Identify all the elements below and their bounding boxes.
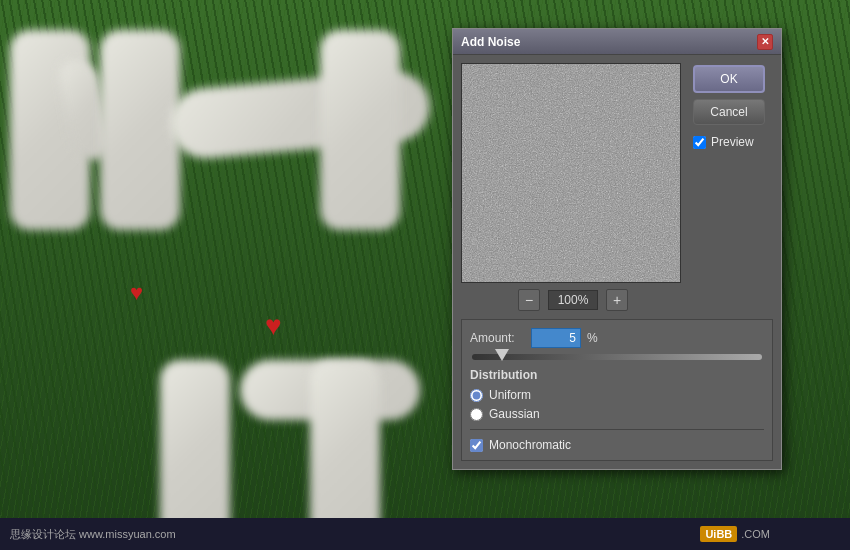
preview-checkbox[interactable]: [693, 136, 706, 149]
svg-rect-0: [462, 64, 681, 283]
uniform-label[interactable]: Uniform: [489, 388, 531, 402]
gaussian-label[interactable]: Gaussian: [489, 407, 540, 421]
settings-panel: Amount: % Distribution Uniform: [461, 319, 773, 461]
bottom-bar: 思缘设计论坛 www.missyuan.com UiBB .COM: [0, 518, 850, 550]
monochromatic-checkbox[interactable]: [470, 439, 483, 452]
close-button[interactable]: ✕: [757, 34, 773, 50]
dialog-content: − 100% + OK Cancel Preview: [461, 63, 773, 311]
watermark-left: 思缘设计论坛 www.missyuan.com: [10, 527, 176, 542]
zoom-value: 100%: [548, 290, 598, 310]
amount-unit: %: [587, 331, 598, 345]
slider-thumb[interactable]: [495, 349, 509, 361]
distribution-label: Distribution: [470, 368, 764, 382]
dialog-title: Add Noise: [461, 35, 757, 49]
cancel-button[interactable]: Cancel: [693, 99, 765, 125]
ok-button[interactable]: OK: [693, 65, 765, 93]
dialog-body: − 100% + OK Cancel Preview: [453, 55, 781, 469]
gaussian-radio-row: Gaussian: [470, 407, 764, 421]
add-noise-dialog: Add Noise ✕: [452, 28, 782, 470]
amount-label: Amount:: [470, 331, 525, 345]
zoom-bar: − 100% +: [461, 289, 685, 311]
uniform-radio-row: Uniform: [470, 388, 764, 402]
zoom-out-button[interactable]: −: [518, 289, 540, 311]
dialog-overlay: Add Noise ✕: [0, 0, 850, 550]
watermark-right: UiBB .COM: [700, 526, 770, 542]
preview-canvas[interactable]: [461, 63, 681, 283]
noise-svg: [462, 64, 681, 283]
amount-input[interactable]: [531, 328, 581, 348]
watermark-suffix: .COM: [741, 528, 770, 540]
right-panel: OK Cancel Preview: [693, 63, 773, 311]
slider-container: [470, 354, 764, 360]
uibo-badge: UiBB: [700, 526, 737, 542]
preview-label[interactable]: Preview: [711, 135, 754, 149]
slider-track[interactable]: [472, 354, 762, 360]
monochromatic-row: Monochromatic: [470, 429, 764, 452]
preview-check-container: Preview: [693, 135, 773, 149]
gaussian-radio[interactable]: [470, 408, 483, 421]
preview-area: − 100% +: [461, 63, 685, 311]
zoom-in-button[interactable]: +: [606, 289, 628, 311]
amount-row: Amount: %: [470, 328, 764, 348]
uniform-radio[interactable]: [470, 389, 483, 402]
monochromatic-label[interactable]: Monochromatic: [489, 438, 571, 452]
dialog-titlebar: Add Noise ✕: [453, 29, 781, 55]
